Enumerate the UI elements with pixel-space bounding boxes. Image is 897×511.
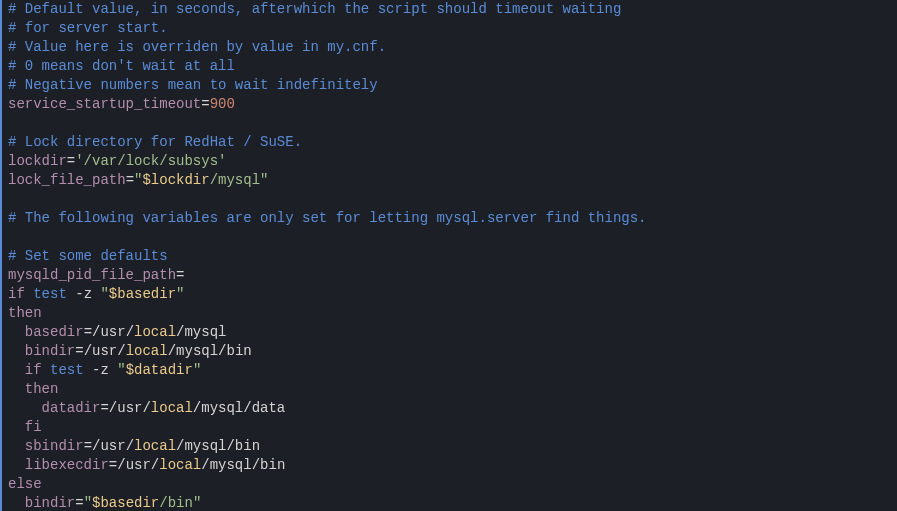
- path-segment: /usr/: [92, 438, 134, 454]
- code-line: # for server start.: [8, 19, 891, 38]
- keyword-else: else: [8, 476, 42, 492]
- indent: [8, 343, 25, 359]
- code-line: [8, 114, 891, 133]
- variable-name: libexecdir: [25, 457, 109, 473]
- variable-name: lockdir: [8, 153, 67, 169]
- code-line: if test -z "$datadir": [8, 361, 891, 380]
- variable-name: datadir: [42, 400, 101, 416]
- code-line: then: [8, 380, 891, 399]
- builtin-test: test: [33, 286, 67, 302]
- path-segment: /usr/: [109, 400, 151, 416]
- code-line: if test -z "$basedir": [8, 285, 891, 304]
- operator-equals: =: [67, 153, 75, 169]
- space: [42, 362, 50, 378]
- indent: [8, 381, 25, 397]
- keyword-then: then: [25, 381, 59, 397]
- code-line: bindir="$basedir/bin": [8, 494, 891, 511]
- comment-text: # for server start.: [8, 20, 168, 36]
- code-line: service_startup_timeout=900: [8, 95, 891, 114]
- code-line: [8, 228, 891, 247]
- comment-text: # Set some defaults: [8, 248, 168, 264]
- variable-name: sbindir: [25, 438, 84, 454]
- indent: [8, 324, 25, 340]
- indent: [8, 400, 42, 416]
- variable-name: bindir: [25, 495, 75, 511]
- code-line: lock_file_path="$lockdir/mysql": [8, 171, 891, 190]
- indent: [8, 457, 25, 473]
- code-line: [8, 190, 891, 209]
- number-literal: 900: [210, 96, 235, 112]
- code-line: # Lock directory for RedHat / SuSE.: [8, 133, 891, 152]
- operator-equals: =: [100, 400, 108, 416]
- comment-text: # Default value, in seconds, afterwhich …: [8, 1, 621, 17]
- indent: [8, 362, 25, 378]
- string-variable: $datadir: [126, 362, 193, 378]
- quote: ": [260, 172, 268, 188]
- keyword-fi: fi: [25, 419, 42, 435]
- string-literal: /mysql: [210, 172, 260, 188]
- quote: ": [176, 286, 184, 302]
- code-line: bindir=/usr/local/mysql/bin: [8, 342, 891, 361]
- comment-text: # Lock directory for RedHat / SuSE.: [8, 134, 302, 150]
- operator-equals: =: [84, 324, 92, 340]
- comment-text: # 0 means don't wait at all: [8, 58, 235, 74]
- string-variable: $basedir: [109, 286, 176, 302]
- operator-equals: =: [75, 343, 83, 359]
- quote: ": [84, 495, 92, 511]
- string-literal: '/var/lock/subsys': [75, 153, 226, 169]
- path-segment: local: [126, 343, 168, 359]
- quote: ": [100, 286, 108, 302]
- comment-text: # The following variables are only set f…: [8, 210, 647, 226]
- builtin-test: test: [50, 362, 84, 378]
- path-segment: /mysql/bin: [201, 457, 285, 473]
- operator-equals: =: [176, 267, 184, 283]
- flag-z: -z: [84, 362, 118, 378]
- keyword-then: then: [8, 305, 42, 321]
- code-line: then: [8, 304, 891, 323]
- code-line: # Value here is overriden by value in my…: [8, 38, 891, 57]
- path-segment: local: [134, 324, 176, 340]
- path-segment: local: [151, 400, 193, 416]
- code-editor-viewport[interactable]: # Default value, in seconds, afterwhich …: [2, 0, 897, 511]
- path-segment: local: [134, 438, 176, 454]
- string-variable: $lockdir: [142, 172, 209, 188]
- operator-equals: =: [201, 96, 209, 112]
- indent: [8, 419, 25, 435]
- code-line: datadir=/usr/local/mysql/data: [8, 399, 891, 418]
- code-line: else: [8, 475, 891, 494]
- path-segment: /mysql: [176, 324, 226, 340]
- comment-text: # Negative numbers mean to wait indefini…: [8, 77, 378, 93]
- space: [25, 286, 33, 302]
- operator-equals: =: [109, 457, 117, 473]
- flag-z: -z: [67, 286, 101, 302]
- quote: ": [193, 495, 201, 511]
- variable-name: mysqld_pid_file_path: [8, 267, 176, 283]
- path-segment: /mysql/bin: [176, 438, 260, 454]
- operator-equals: =: [126, 172, 134, 188]
- path-segment: /usr/: [84, 343, 126, 359]
- variable-name: service_startup_timeout: [8, 96, 201, 112]
- code-line: mysqld_pid_file_path=: [8, 266, 891, 285]
- keyword-if: if: [8, 286, 25, 302]
- quote: ": [117, 362, 125, 378]
- code-line: # Negative numbers mean to wait indefini…: [8, 76, 891, 95]
- code-line: lockdir='/var/lock/subsys': [8, 152, 891, 171]
- code-line: # The following variables are only set f…: [8, 209, 891, 228]
- variable-name: bindir: [25, 343, 75, 359]
- comment-text: # Value here is overriden by value in my…: [8, 39, 386, 55]
- indent: [8, 438, 25, 454]
- code-line: basedir=/usr/local/mysql: [8, 323, 891, 342]
- quote: ": [193, 362, 201, 378]
- path-segment: /usr/: [117, 457, 159, 473]
- keyword-if: if: [25, 362, 42, 378]
- code-line: # Set some defaults: [8, 247, 891, 266]
- path-segment: /usr/: [92, 324, 134, 340]
- operator-equals: =: [84, 438, 92, 454]
- string-variable: $basedir: [92, 495, 159, 511]
- code-line: libexecdir=/usr/local/mysql/bin: [8, 456, 891, 475]
- code-line: # Default value, in seconds, afterwhich …: [8, 0, 891, 19]
- code-line: # 0 means don't wait at all: [8, 57, 891, 76]
- string-literal: /bin: [159, 495, 193, 511]
- code-line: fi: [8, 418, 891, 437]
- path-segment: /mysql/data: [193, 400, 285, 416]
